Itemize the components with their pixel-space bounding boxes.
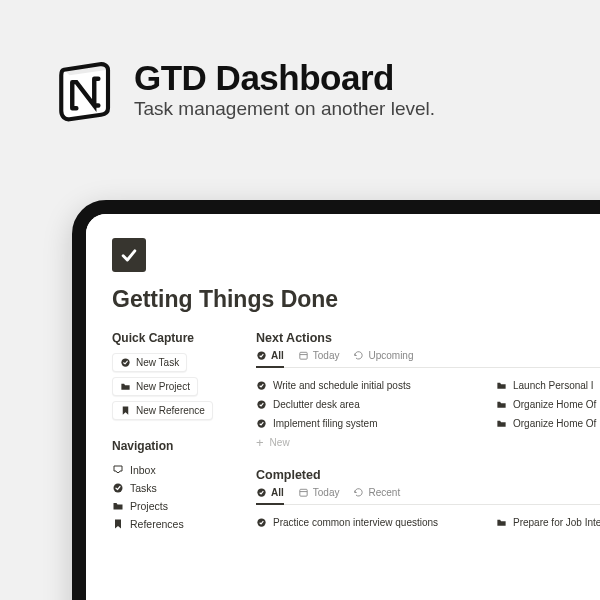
project-title: Organize Home Of [513,399,596,410]
tab-label: Upcoming [368,350,413,361]
project-link[interactable]: Prepare for Job Inte [496,513,600,532]
tablet-frame: Getting Things Done Quick Capture New Ta… [72,200,600,600]
check-circle-icon [256,350,267,361]
tab-all[interactable]: All [256,487,284,505]
completed-heading: Completed [256,468,600,482]
bookmark-icon [112,518,124,530]
svg-rect-3 [300,352,307,359]
button-label: New Project [136,381,190,392]
new-task-button[interactable]: New Task [112,353,187,372]
folder-icon [496,517,507,528]
button-label: New Reference [136,405,205,416]
button-label: New Task [136,357,179,368]
tab-upcoming[interactable]: Upcoming [353,350,413,368]
tab-label: All [271,350,284,361]
project-link[interactable]: Organize Home Of [496,414,596,433]
hero-title: GTD Dashboard [134,58,435,98]
check-circle-icon [120,357,131,368]
check-circle-icon [256,487,267,498]
notion-logo-icon [52,55,120,123]
nav-label: Tasks [130,482,157,494]
navigation-heading: Navigation [112,439,230,453]
tab-recent[interactable]: Recent [353,487,400,505]
tab-label: Today [313,487,340,498]
bookmark-icon [120,405,131,416]
tab-today[interactable]: Today [298,350,340,368]
folder-icon [112,500,124,512]
nav-tasks[interactable]: Tasks [112,479,230,497]
tab-label: All [271,487,284,498]
calendar-icon [298,487,309,498]
nav-inbox[interactable]: Inbox [112,461,230,479]
project-title: Launch Personal I [513,380,594,391]
tab-label: Recent [368,487,400,498]
plus-icon: + [256,437,264,448]
tab-all[interactable]: All [256,350,284,368]
project-title: Prepare for Job Inte [513,517,600,528]
inbox-icon [112,464,124,476]
nav-references[interactable]: References [112,515,230,533]
nav-projects[interactable]: Projects [112,497,230,515]
check-circle-icon [256,399,267,410]
app-screen: Getting Things Done Quick Capture New Ta… [86,214,600,600]
new-reference-button[interactable]: New Reference [112,401,213,420]
folder-icon [496,399,507,410]
folder-icon [496,418,507,429]
hero-subtitle: Task management on another level. [134,98,435,120]
hero-text: GTD Dashboard Task management on another… [134,58,435,120]
project-link[interactable]: Launch Personal I [496,376,596,395]
refresh-icon [353,487,364,498]
check-circle-icon [256,380,267,391]
next-actions-heading: Next Actions [256,331,600,345]
task-row[interactable]: Practice common interview questions [256,513,466,532]
task-row[interactable]: Write and schedule initial posts [256,376,466,395]
calendar-icon [298,350,309,361]
new-label: New [270,437,290,448]
new-task-row[interactable]: + New [256,433,466,452]
folder-icon [496,380,507,391]
new-project-button[interactable]: New Project [112,377,198,396]
check-circle-icon [112,482,124,494]
completed-tabs: All Today Recent [256,487,600,505]
tab-label: Today [313,350,340,361]
project-link[interactable]: Organize Home Of [496,395,596,414]
check-circle-icon [256,418,267,429]
project-title: Organize Home Of [513,418,596,429]
nav-label: Inbox [130,464,156,476]
refresh-icon [353,350,364,361]
nav-label: Projects [130,500,168,512]
folder-icon [120,381,131,392]
next-actions-tabs: All Today Upcoming [256,350,600,368]
page-title: Getting Things Done [112,286,600,313]
nav-label: References [130,518,184,530]
page-checkbox-icon [112,238,146,272]
quick-capture-heading: Quick Capture [112,331,230,345]
task-row[interactable]: Declutter desk area [256,395,466,414]
check-circle-icon [256,517,267,528]
task-row[interactable]: Implement filing system [256,414,466,433]
task-title: Practice common interview questions [273,517,438,528]
hero: GTD Dashboard Task management on another… [0,0,600,123]
task-title: Declutter desk area [273,399,360,410]
tab-today[interactable]: Today [298,487,340,505]
task-title: Write and schedule initial posts [273,380,411,391]
svg-rect-9 [300,489,307,496]
task-title: Implement filing system [273,418,377,429]
